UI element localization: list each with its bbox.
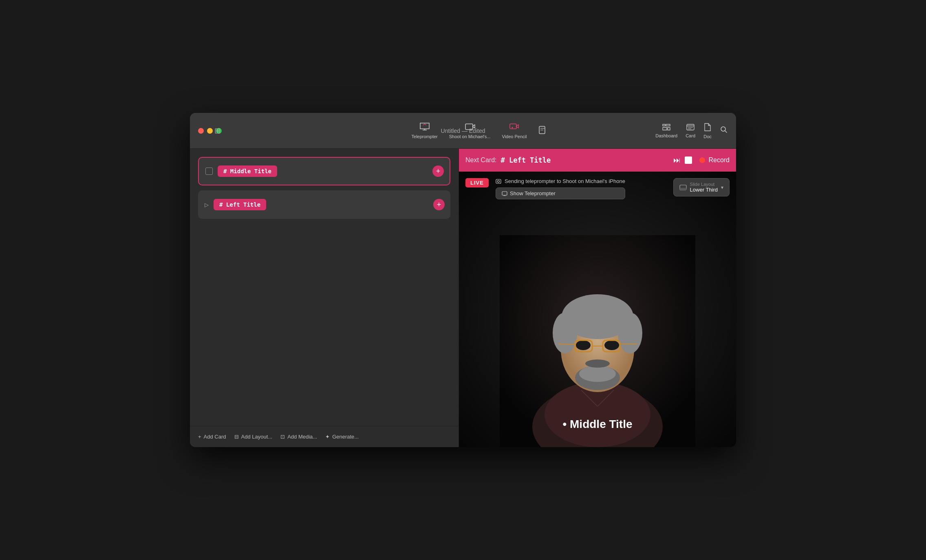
titlebar: ⊞ Teleprompter xyxy=(190,113,736,149)
card-item-1[interactable]: # Middle Title + xyxy=(198,157,450,185)
add-card-button[interactable]: + Add Card xyxy=(198,434,226,440)
next-card-bar: Next Card: # Left Title ⏭ Record xyxy=(459,149,736,172)
card-icon xyxy=(686,123,695,132)
generate-icon: ✦ xyxy=(325,434,330,440)
right-panel: Next Card: # Left Title ⏭ Record xyxy=(459,149,736,447)
svg-point-4 xyxy=(721,127,725,131)
card-label: Card xyxy=(686,133,695,138)
record-indicator xyxy=(699,157,705,163)
person-silhouette xyxy=(500,235,695,447)
svg-rect-3 xyxy=(687,124,694,130)
add-card-icon: + xyxy=(198,434,201,440)
doc-icon-button[interactable] xyxy=(538,126,547,136)
generate-button[interactable]: ✦ Generate... xyxy=(325,434,359,440)
toolbar-right: Dashboard Card xyxy=(655,123,728,139)
slide-layout-button[interactable]: Slide Layout Lower Third ▾ xyxy=(673,178,730,196)
add-layout-label: Add Layout... xyxy=(241,434,273,440)
generate-label: Generate... xyxy=(332,434,359,440)
dashboard-label: Dashboard xyxy=(655,133,677,138)
video-pencil-icon xyxy=(509,122,520,132)
svg-rect-29 xyxy=(680,188,686,190)
card-button[interactable]: Card xyxy=(686,123,695,138)
dashboard-button[interactable]: Dashboard xyxy=(655,123,677,138)
teleprompter-label: Teleprompter xyxy=(412,134,438,139)
svg-point-26 xyxy=(498,180,500,182)
card-checkbox-1[interactable] xyxy=(205,168,213,175)
doc-button[interactable]: Doc xyxy=(703,123,712,139)
show-teleprompter-label: Show Teleprompter xyxy=(510,190,556,196)
card-title-1: # Middle Title xyxy=(218,165,277,177)
teleprompter-sending-text: Sending teleprompter to Shoot on Michael… xyxy=(505,178,625,184)
teleprompter-icon xyxy=(419,122,430,132)
layout-icon xyxy=(679,185,687,190)
slide-layout-label: Slide Layout xyxy=(690,182,718,187)
lower-third-text: • Middle Title xyxy=(562,418,632,431)
svg-point-11 xyxy=(553,313,577,353)
next-card-label: Next Card: xyxy=(465,157,496,164)
show-teleprompter-button[interactable]: Show Teleprompter xyxy=(496,187,625,199)
svg-rect-25 xyxy=(496,179,501,183)
add-media-icon: ⊡ xyxy=(280,434,285,440)
add-card-label: Add Card xyxy=(204,434,226,440)
card-play-2[interactable]: ▷ xyxy=(205,202,209,208)
monitor-icon xyxy=(502,191,507,196)
main-content: # Middle Title + ▷ # Left Title + + Add … xyxy=(190,149,736,447)
video-pencil-label: Video Pencil xyxy=(502,134,527,139)
doc-btn-icon xyxy=(703,123,712,132)
slide-layout-value: Lower Third xyxy=(690,187,718,193)
video-background: LIVE Sending teleprompter to Shoot on Mi… xyxy=(459,172,736,447)
add-media-button[interactable]: ⊡ Add Media... xyxy=(280,434,317,440)
camera-icon xyxy=(496,179,502,184)
skip-to-next-button[interactable]: ⏭ xyxy=(673,156,681,165)
slide-layout-text: Slide Layout Lower Third xyxy=(690,182,718,193)
svg-point-22 xyxy=(585,359,610,368)
search-button[interactable] xyxy=(720,126,728,136)
svg-point-16 xyxy=(604,340,619,350)
card-add-button-1[interactable]: + xyxy=(432,165,444,177)
add-layout-icon: ⊟ xyxy=(234,434,239,440)
lower-third-title: Middle Title xyxy=(570,418,633,430)
cards-list: # Middle Title + ▷ # Left Title + xyxy=(190,149,459,426)
card-add-button-2[interactable]: + xyxy=(433,199,445,210)
search-icon xyxy=(720,126,728,136)
next-card-title: # Left Title xyxy=(500,156,669,164)
left-panel: # Middle Title + ▷ # Left Title + + Add … xyxy=(190,149,459,447)
svg-rect-1 xyxy=(510,124,516,129)
video-pencil-button[interactable]: Video Pencil xyxy=(502,122,527,139)
card-item-2[interactable]: ▷ # Left Title + xyxy=(198,190,450,219)
shoot-label: Shoot on Michael's... xyxy=(449,134,491,139)
doc-label: Doc xyxy=(703,134,712,139)
stop-button[interactable] xyxy=(685,157,692,164)
live-badge: LIVE xyxy=(465,178,489,187)
card-title-2: # Left Title xyxy=(214,199,266,210)
record-button[interactable]: Record xyxy=(699,157,730,164)
svg-point-15 xyxy=(576,340,591,350)
teleprompter-sending: Sending teleprompter to Shoot on Michael… xyxy=(496,178,625,184)
close-button[interactable] xyxy=(198,128,204,134)
window-title: Untitled — Edited xyxy=(441,128,485,134)
sidebar-toggle-button[interactable]: ⊞ xyxy=(214,126,220,135)
svg-point-12 xyxy=(618,313,642,353)
record-label: Record xyxy=(708,157,730,164)
teleprompter-status: Sending teleprompter to Shoot on Michael… xyxy=(496,178,625,199)
video-area: LIVE Sending teleprompter to Shoot on Mi… xyxy=(459,172,736,447)
svg-point-14 xyxy=(579,366,616,382)
add-media-label: Add Media... xyxy=(287,434,317,440)
add-layout-button[interactable]: ⊟ Add Layout... xyxy=(234,434,273,440)
minimize-button[interactable] xyxy=(207,128,213,134)
svg-rect-27 xyxy=(502,192,507,195)
svg-line-20 xyxy=(558,344,575,344)
chevron-down-icon: ▾ xyxy=(721,185,723,190)
dashboard-icon xyxy=(662,123,671,132)
teleprompter-button[interactable]: Teleprompter xyxy=(412,122,438,139)
doc-icon xyxy=(538,126,547,136)
lower-third-bullet: • xyxy=(562,418,570,430)
app-window: ⊞ Teleprompter xyxy=(190,113,736,447)
bottom-bar: + Add Card ⊟ Add Layout... ⊡ Add Media..… xyxy=(190,426,459,447)
